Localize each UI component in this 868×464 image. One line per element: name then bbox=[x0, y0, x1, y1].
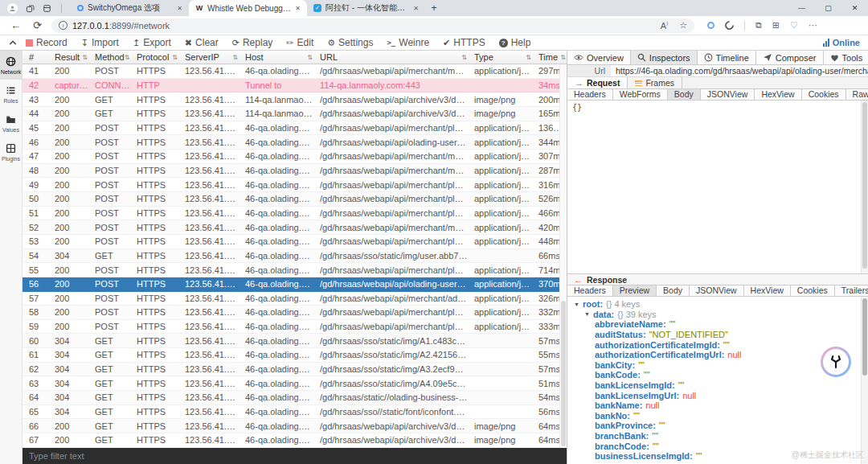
read-aloud-icon[interactable]: A) bbox=[661, 21, 668, 31]
column-header-index[interactable]: # bbox=[23, 51, 48, 64]
table-row[interactable]: 50200POSTHTTPS123.56.41.23546-qa.olading… bbox=[23, 192, 567, 207]
sidebar-item-network[interactable]: Network bbox=[0, 51, 22, 80]
request-subtab-body[interactable]: Body bbox=[668, 89, 701, 100]
request-body[interactable]: {} bbox=[567, 101, 861, 273]
sort-icon[interactable]: ⇅ bbox=[560, 54, 567, 61]
switchyomega-extension-icon[interactable] bbox=[707, 22, 714, 29]
table-scrollbar-thumb[interactable] bbox=[561, 301, 566, 446]
browser-tab[interactable]: WWhistle Web Debugging Proxy✕ bbox=[189, 0, 307, 16]
column-header-type[interactable]: Type⇅ bbox=[468, 51, 532, 64]
response-subtab-headers[interactable]: Headers bbox=[567, 285, 613, 296]
response-subtab-hexview[interactable]: HexView bbox=[744, 285, 791, 296]
response-scrollbar[interactable] bbox=[861, 297, 868, 464]
tab-actions-icon[interactable] bbox=[43, 4, 51, 13]
browser-tab[interactable]: SwitchyOmega 选项✕ bbox=[71, 0, 189, 16]
favorite-star-icon[interactable]: ☆ bbox=[679, 20, 687, 31]
json-tree-row[interactable]: auditStatus:"NOT_IDENTIFIED" bbox=[567, 330, 861, 340]
request-tab[interactable]: →Request bbox=[567, 77, 628, 88]
sort-icon[interactable]: ⇅ bbox=[526, 54, 532, 61]
close-button[interactable]: ✕ bbox=[841, 0, 868, 16]
edit-button[interactable]: ✏Edit bbox=[286, 37, 313, 48]
sort-icon[interactable]: ⇅ bbox=[82, 54, 88, 61]
request-subtab-raw[interactable]: Raw bbox=[846, 89, 868, 100]
new-tab-button[interactable]: + bbox=[425, 2, 443, 14]
column-header-result[interactable]: Result⇅ bbox=[48, 51, 88, 64]
replay-button[interactable]: ⟳Replay bbox=[232, 37, 273, 48]
json-tree-row[interactable]: abbreviateName:"" bbox=[567, 319, 861, 330]
sort-icon[interactable]: ⇅ bbox=[307, 54, 313, 61]
table-row[interactable]: 59200POSTHTTPS123.56.41.23546-qa.olading… bbox=[23, 320, 567, 335]
table-scrollbar[interactable] bbox=[559, 64, 567, 448]
panel-tab-inspectors[interactable]: Inspectors bbox=[631, 51, 698, 64]
table-row[interactable]: 61304GETHTTPS123.56.41.23546-qa.olading.… bbox=[23, 348, 567, 363]
sidebar-item-values[interactable]: Values bbox=[0, 109, 22, 138]
filter-input[interactable] bbox=[23, 451, 567, 461]
sort-icon[interactable]: ⇅ bbox=[172, 54, 178, 61]
help-button[interactable]: ?Help bbox=[499, 37, 531, 48]
https-button[interactable]: ✔HTTPS bbox=[443, 37, 485, 48]
minimize-button[interactable]: — bbox=[788, 0, 815, 16]
request-subtab-hexview[interactable]: HexView bbox=[755, 89, 801, 100]
column-header-time[interactable]: Time⇅ bbox=[532, 51, 567, 64]
import-button[interactable]: ↧Import bbox=[81, 37, 119, 48]
caret-down-icon[interactable]: ▼ bbox=[574, 302, 583, 307]
request-subtab-jsonview[interactable]: JSONView bbox=[701, 89, 755, 100]
json-tree-row[interactable]: ▼root:{} 4 keys bbox=[567, 299, 861, 310]
json-tree-row[interactable]: bankLicenseImgUrl:null bbox=[567, 390, 861, 400]
browser-tab[interactable]: ✓阿拉钉 - 一体化智能人财管家✕ bbox=[307, 0, 425, 16]
table-row[interactable]: 45200POSTHTTPS123.56.41.23546-qa.olading… bbox=[23, 121, 567, 136]
table-row[interactable]: 52200POSTHTTPS123.56.41.23546-qa.olading… bbox=[23, 220, 567, 235]
export-button[interactable]: ↥Export bbox=[133, 37, 171, 48]
request-subtab-webforms[interactable]: WebForms bbox=[613, 89, 668, 100]
sidebar-item-rules[interactable]: Rules bbox=[0, 80, 22, 109]
json-tree-row[interactable]: bankCode:"" bbox=[567, 370, 861, 380]
refresh-button[interactable]: ⟳ bbox=[27, 19, 48, 31]
url-input[interactable]: i 127.0.0.1:8899/#network A) ☆ bbox=[51, 18, 694, 33]
browser-essentials-icon[interactable]: ♡ bbox=[790, 20, 798, 31]
json-tree-row[interactable]: ▼data:{} 39 keys bbox=[567, 310, 861, 320]
table-row[interactable]: 56200POSTHTTPS123.56.41.23546-qa.olading… bbox=[23, 277, 567, 292]
table-row[interactable]: 63304GETHTTPS123.56.41.23546-qa.olading.… bbox=[23, 376, 567, 391]
column-header-serverip[interactable]: ServerIP⇅ bbox=[178, 51, 239, 64]
weinre-button[interactable]: >_Weinre bbox=[387, 37, 429, 48]
table-row[interactable]: 42captureErrorCONNECTHTTPTunnel to114-qa… bbox=[23, 79, 567, 93]
json-tree-row[interactable]: bankProvince:"" bbox=[567, 421, 861, 431]
tab-close-icon[interactable]: ✕ bbox=[295, 5, 301, 12]
table-row[interactable]: 43200GETHTTPS123.56.41.235114-qa.lanmaol… bbox=[23, 92, 567, 107]
json-tree-row[interactable]: authorizationCertificateImgUrl:null bbox=[567, 350, 861, 360]
collections-icon[interactable]: ⊞ bbox=[772, 20, 780, 31]
split-screen-icon[interactable]: ⧉ bbox=[755, 20, 762, 31]
table-row[interactable]: 58200POSTHTTPS123.56.41.23546-qa.olading… bbox=[23, 306, 567, 320]
panel-tab-composer[interactable]: Composer bbox=[756, 51, 824, 64]
request-url-value[interactable]: https://46-qa.olading.com/gd/hrsaas/weba… bbox=[611, 65, 868, 76]
settings-button[interactable]: ⚙Settings bbox=[327, 37, 373, 48]
table-row[interactable]: 44200GETHTTPS123.56.41.235114-qa.lanmaol… bbox=[23, 107, 567, 121]
table-row[interactable]: 64304GETHTTPS123.56.41.23546-qa.olading.… bbox=[23, 391, 567, 405]
site-info-icon[interactable]: i bbox=[59, 21, 68, 30]
response-scrollbar-thumb[interactable] bbox=[862, 298, 867, 376]
table-row[interactable]: 54304GETHTTPS123.56.41.23546-qa.olading.… bbox=[23, 249, 567, 264]
panel-tab-overview[interactable]: Overview bbox=[567, 51, 631, 64]
response-subtab-preview[interactable]: Preview bbox=[613, 285, 657, 296]
table-row[interactable]: 67200GETHTTPS123.56.41.23546-qa.olading.… bbox=[23, 433, 567, 448]
column-header-protocol[interactable]: Protocol⇅ bbox=[130, 51, 178, 64]
caret-down-icon[interactable]: ▼ bbox=[584, 311, 593, 317]
column-header-host[interactable]: Host⇅ bbox=[239, 51, 313, 64]
json-tree-row[interactable]: authorizationCertificateImgId:"" bbox=[567, 339, 861, 350]
clear-button[interactable]: ✖Clear bbox=[185, 37, 219, 48]
record-button[interactable]: Record bbox=[26, 37, 68, 48]
table-row[interactable]: 49200POSTHTTPS123.56.41.23546-qa.olading… bbox=[23, 178, 567, 192]
table-row[interactable]: 66200GETHTTPS123.56.41.23546-qa.olading.… bbox=[23, 419, 567, 433]
tab-close-icon[interactable]: ✕ bbox=[413, 5, 419, 12]
request-subtab-cookies[interactable]: Cookies bbox=[802, 89, 846, 100]
column-header-url[interactable]: URL⇅ bbox=[313, 51, 468, 64]
table-row[interactable]: 41200POSTHTTPS123.56.41.23546-qa.olading… bbox=[23, 64, 567, 79]
response-subtab-body[interactable]: Body bbox=[657, 285, 690, 296]
table-row[interactable]: 62304GETHTTPS123.56.41.23546-qa.olading.… bbox=[23, 363, 567, 377]
request-scrollbar[interactable] bbox=[861, 101, 868, 273]
column-header-method[interactable]: Method⇅ bbox=[88, 51, 130, 64]
json-tree-row[interactable]: bankName:null bbox=[567, 400, 861, 411]
table-row[interactable]: 51200POSTHTTPS123.56.41.23546-qa.olading… bbox=[23, 207, 567, 221]
maximize-button[interactable]: ▢ bbox=[815, 0, 841, 16]
panel-tab-timeline[interactable]: Timeline bbox=[698, 51, 756, 64]
